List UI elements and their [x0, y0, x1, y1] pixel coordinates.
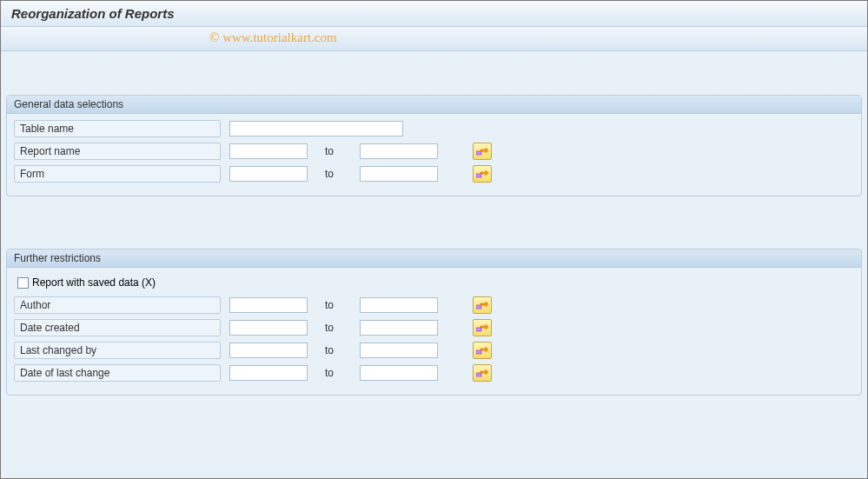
label-report-name: Report name — [14, 143, 221, 160]
svg-rect-4 — [476, 350, 481, 354]
svg-rect-0 — [476, 151, 481, 155]
multiple-selection-button-report[interactable] — [473, 143, 492, 160]
svg-rect-3 — [476, 328, 481, 331]
content-area: General data selections Table name Repor… — [1, 51, 867, 396]
multiple-selection-button-last-changed-by[interactable] — [473, 342, 492, 359]
multiple-selection-button-date-created[interactable] — [473, 319, 492, 336]
arrow-stack-icon — [476, 146, 488, 156]
input-author-from[interactable] — [229, 297, 308, 313]
row-date-last-change: Date of last change to — [14, 363, 854, 383]
label-to: to — [308, 322, 360, 334]
arrow-stack-icon — [476, 323, 488, 333]
label-to: to — [308, 145, 360, 157]
label-last-changed-by: Last changed by — [14, 342, 221, 359]
multiple-selection-button-form[interactable] — [473, 165, 492, 183]
label-author: Author — [14, 296, 221, 314]
input-last-changed-by-to[interactable] — [360, 343, 438, 358]
input-form-to[interactable] — [360, 166, 438, 182]
group-header-general: General data selections — [7, 96, 861, 114]
multiple-selection-button-author[interactable] — [473, 296, 492, 314]
group-general-data: General data selections Table name Repor… — [6, 95, 862, 196]
multiple-selection-button-date-last-change[interactable] — [473, 364, 492, 382]
input-last-changed-by-from[interactable] — [229, 343, 308, 358]
checkbox-saved-data[interactable] — [17, 277, 29, 289]
input-report-name-to[interactable] — [360, 143, 438, 159]
arrow-stack-icon — [476, 169, 488, 179]
row-table-name: Table name — [14, 119, 854, 138]
svg-rect-5 — [476, 373, 481, 376]
label-to: to — [308, 168, 360, 180]
page-title: Reorganization of Reports — [1, 1, 867, 27]
input-date-created-to[interactable] — [360, 320, 438, 336]
label-to: to — [308, 299, 360, 311]
label-date-last-change: Date of last change — [14, 364, 221, 382]
watermark: © www.tutorialkart.com — [209, 30, 337, 45]
input-report-name-from[interactable] — [229, 143, 308, 159]
toolbar: © www.tutorialkart.com — [1, 27, 867, 51]
arrow-stack-icon — [476, 345, 488, 356]
row-form: Form to — [14, 164, 854, 183]
label-checkbox-saved-data: Report with saved data (X) — [32, 276, 156, 289]
arrow-stack-icon — [476, 300, 488, 310]
arrow-stack-icon — [476, 368, 488, 378]
group-header-restrictions: Further restrictions — [7, 249, 861, 268]
group-further-restrictions: Further restrictions Report with saved d… — [6, 249, 862, 396]
label-to: to — [308, 344, 360, 356]
row-report-name: Report name to — [14, 142, 854, 161]
label-form: Form — [14, 165, 221, 183]
input-table-name[interactable] — [229, 121, 403, 136]
svg-rect-1 — [476, 174, 481, 177]
row-last-changed-by: Last changed by to — [14, 341, 854, 360]
row-date-created: Date created to — [14, 318, 854, 337]
input-author-to[interactable] — [360, 297, 438, 313]
input-form-from[interactable] — [229, 166, 308, 182]
label-table-name: Table name — [14, 120, 221, 137]
row-saved-data-checkbox: Report with saved data (X) — [14, 273, 854, 292]
input-date-last-change-from[interactable] — [229, 365, 308, 381]
label-to: to — [308, 367, 360, 379]
row-author: Author to — [14, 296, 854, 315]
input-date-created-from[interactable] — [229, 320, 308, 336]
input-date-last-change-to[interactable] — [360, 365, 438, 381]
label-date-created: Date created — [14, 319, 221, 336]
svg-rect-2 — [476, 305, 481, 309]
